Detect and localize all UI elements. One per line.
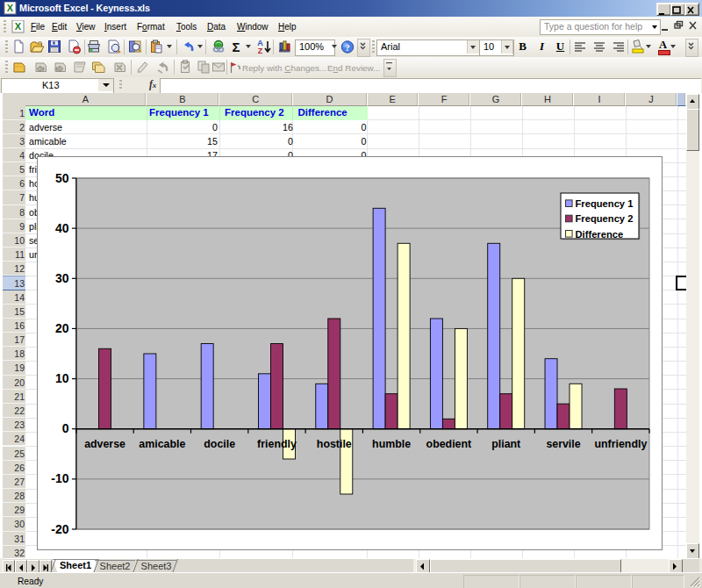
svg-text:X: X xyxy=(7,3,14,13)
svg-text:-10: -10 xyxy=(51,471,68,485)
svg-text:obedient: obedient xyxy=(426,438,472,450)
svg-text:X: X xyxy=(15,21,22,32)
svg-text:20: 20 xyxy=(55,321,69,335)
svg-text:30: 30 xyxy=(55,271,69,285)
svg-text:unfriendly: unfriendly xyxy=(594,438,647,450)
svg-text:pliant: pliant xyxy=(491,438,520,450)
svg-text:10: 10 xyxy=(55,371,69,385)
svg-text:friendly: friendly xyxy=(257,438,297,450)
svg-text:-20: -20 xyxy=(51,522,68,536)
svg-text:amicable: amicable xyxy=(139,438,185,450)
svg-text:Frequency 1: Frequency 1 xyxy=(576,198,634,209)
svg-text:hostile: hostile xyxy=(317,438,352,450)
svg-text:adverse: adverse xyxy=(84,438,125,450)
svg-text:50: 50 xyxy=(55,171,69,185)
svg-text:?: ? xyxy=(345,42,350,53)
svg-text:40: 40 xyxy=(55,221,69,235)
svg-text:servile: servile xyxy=(546,438,580,450)
svg-text:Difference: Difference xyxy=(576,229,624,240)
svg-text:docile: docile xyxy=(204,438,235,450)
svg-text:Frequency 2: Frequency 2 xyxy=(576,213,634,224)
svg-text:humble: humble xyxy=(372,438,411,450)
svg-text:0: 0 xyxy=(62,421,69,435)
